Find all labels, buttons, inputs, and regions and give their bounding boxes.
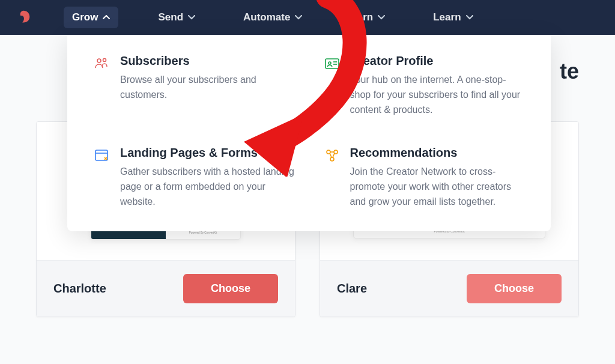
preview-powered-text: Powered By ConvertKit — [171, 231, 235, 234]
people-icon — [94, 55, 111, 72]
svg-point-0 — [97, 59, 101, 62]
mega-desc: Join the Creator Network to cross-promot… — [350, 165, 525, 209]
template-name: Charlotte — [53, 282, 106, 296]
chevron-down-icon — [188, 15, 195, 20]
card-footer: Charlotte Choose — [37, 260, 295, 317]
nav-label: Grow — [72, 11, 98, 23]
id-card-icon — [324, 55, 341, 72]
logo[interactable] — [14, 8, 32, 26]
mega-item-creator-profile[interactable]: Creator Profile Your hub on the internet… — [324, 54, 525, 117]
mega-desc: Browse all your subscribers and customer… — [120, 73, 295, 103]
template-name: Clare — [337, 282, 367, 296]
mega-title: Recommendations — [350, 146, 525, 160]
nav-label: Learn — [433, 11, 461, 23]
mega-title: Creator Profile — [350, 54, 525, 68]
chevron-down-icon — [378, 15, 385, 20]
mega-item-recommendations[interactable]: Recommendations Join the Creator Network… — [324, 146, 525, 209]
nav-item-send[interactable]: Send — [150, 7, 204, 28]
choose-button[interactable]: Choose — [467, 274, 562, 303]
network-icon — [324, 147, 341, 164]
svg-line-12 — [333, 153, 335, 157]
mega-item-subscribers[interactable]: Subscribers Browse all your subscribers … — [94, 54, 295, 117]
card-footer: Clare Choose — [320, 260, 578, 317]
nav-item-automate[interactable]: Automate — [235, 7, 311, 28]
chevron-up-icon — [103, 15, 110, 20]
svg-point-10 — [330, 157, 334, 161]
chevron-down-icon — [295, 15, 302, 20]
nav-label: Automate — [243, 11, 290, 23]
chevron-down-icon — [466, 15, 473, 20]
mega-title: Subscribers — [120, 54, 295, 68]
mega-desc: Gather subscribers with a hosted landing… — [120, 165, 295, 209]
browser-edit-icon — [94, 147, 111, 164]
top-nav: Grow Send Automate Earn Learn — [0, 0, 615, 35]
mega-title: Landing Pages & Forms — [120, 146, 295, 160]
choose-button[interactable]: Choose — [183, 274, 278, 303]
nav-item-learn[interactable]: Learn — [425, 7, 481, 28]
svg-point-1 — [103, 59, 106, 62]
mega-desc: Your hub on the internet. A one-stop-sho… — [350, 73, 525, 117]
svg-line-11 — [330, 153, 332, 157]
svg-rect-2 — [326, 59, 339, 68]
svg-point-3 — [329, 62, 331, 64]
mega-item-landing-pages[interactable]: Landing Pages & Forms Gather subscribers… — [94, 146, 295, 209]
nav-label: Earn — [350, 11, 373, 23]
nav-label: Send — [158, 11, 183, 23]
nav-item-earn[interactable]: Earn — [342, 7, 393, 28]
grow-mega-menu: Subscribers Browse all your subscribers … — [67, 35, 551, 231]
nav-item-grow[interactable]: Grow — [64, 7, 118, 28]
